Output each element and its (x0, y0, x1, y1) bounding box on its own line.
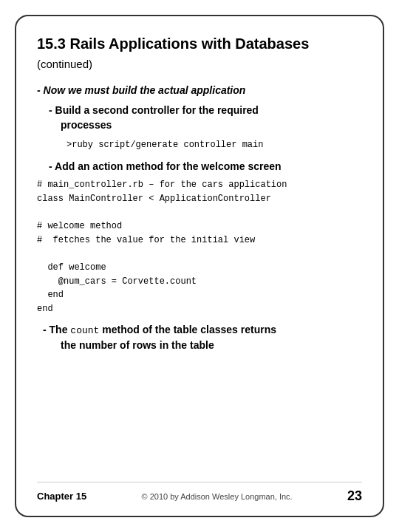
bottom-note: - The count method of the table classes … (43, 323, 362, 352)
code-2-text: # main_controller.rb – for the cars appl… (37, 180, 287, 313)
bottom-note-suffix1: method of the table classes returns (102, 324, 276, 335)
slide-title: 15.3 Rails Applications with Databases (… (37, 34, 362, 72)
code-block-1: >ruby script/generate controller main (66, 138, 362, 152)
bullet-2: - Build a second controller for the requ… (49, 103, 362, 132)
bottom-note-suffix2: the number of rows in the table (61, 339, 214, 351)
code-block-2: # main_controller.rb – for the cars appl… (37, 178, 362, 316)
bottom-note-prefix: - The (43, 324, 67, 335)
bottom-note-code: count (70, 325, 99, 336)
slide-content: 15.3 Rails Applications with Databases (… (37, 34, 362, 474)
bullet-3: - Add an action method for the welcome s… (49, 160, 362, 174)
footer: Chapter 15 © 2010 by Addison Wesley Long… (37, 482, 362, 504)
code-1-text: >ruby script/generate controller main (66, 140, 263, 150)
footer-chapter: Chapter 15 (37, 491, 86, 502)
slide-container: 15.3 Rails Applications with Databases (… (15, 15, 384, 517)
footer-copyright: © 2010 by Addison Wesley Longman, Inc. (141, 492, 292, 501)
bullet-2-line2: processes (61, 119, 112, 131)
title-continued: (continued) (37, 58, 92, 70)
footer-page: 23 (347, 488, 362, 504)
bullet-1: - Now we must build the actual applicati… (37, 84, 362, 96)
title-main: 15.3 Rails Applications with Databases (37, 35, 309, 52)
bullet-2-line1: - Build a second controller for the requ… (49, 104, 259, 116)
